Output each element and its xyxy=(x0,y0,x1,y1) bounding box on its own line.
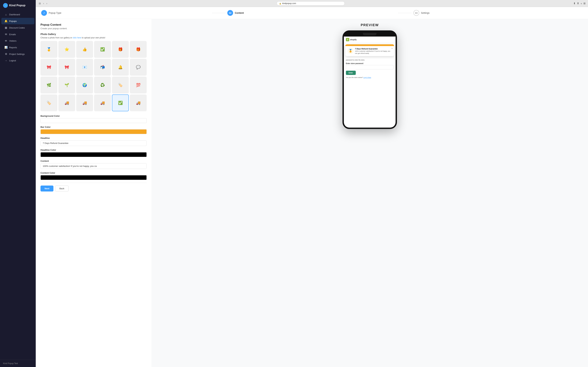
sidebar-item-label: Reports xyxy=(9,46,17,49)
store-password-input[interactable] xyxy=(346,65,394,69)
bar-color-group: Bar Color xyxy=(41,126,147,134)
browser-url-bar[interactable]: 🔒 kindpopup.com xyxy=(277,1,345,5)
photo-item-19[interactable]: 🚚 xyxy=(58,94,75,111)
main-wrapper: ⊟ ‹ › 🔒 kindpopup.com ⬇ ⬆ + ⊞ ✓ Popup Ty… xyxy=(36,0,588,367)
wizard-divider-2 xyxy=(398,13,412,13)
content-color-group: Content Color xyxy=(41,172,147,180)
sidebar-toggle-button[interactable]: ⊟ xyxy=(38,2,42,5)
content-color-swatch[interactable] xyxy=(41,175,147,180)
step-label-1: Popup Type xyxy=(49,12,61,14)
photo-item-22[interactable]: ✅ xyxy=(112,94,129,111)
sidebar-item-discount-codes[interactable]: ▦ Discount Codes xyxy=(1,25,34,31)
photo-item-18[interactable]: 🏷️ xyxy=(41,94,57,111)
store-password-label: Enter store password xyxy=(346,63,394,64)
wizard-steps: ✓ Popup Type 02 Content 03 Settings xyxy=(36,7,588,19)
new-tab-icon[interactable]: + xyxy=(580,2,582,5)
content-group: Content xyxy=(41,160,147,169)
photo-item-16[interactable]: 🏷️ xyxy=(112,77,129,93)
sidebar-item-label: Project Settings xyxy=(9,53,25,55)
store-password-text: password to enter the store. xyxy=(346,59,394,61)
sidebar-item-emails[interactable]: ✉ Emails xyxy=(1,31,34,38)
photo-item-8[interactable]: 📧 xyxy=(76,59,93,76)
download-icon[interactable]: ⬇ xyxy=(573,2,576,5)
wizard-divider-1 xyxy=(212,13,226,13)
popup-icon: 🏅 xyxy=(347,48,354,54)
photo-item-9[interactable]: 📬 xyxy=(94,59,111,76)
background-color-label: Background Color xyxy=(41,115,147,117)
next-button[interactable]: Next xyxy=(41,185,53,192)
preview-title: PREVIEW xyxy=(361,23,379,27)
sidebar-item-label: Emails xyxy=(9,33,16,36)
photo-item-17[interactable]: 💯 xyxy=(130,77,147,93)
email-icon: ✉ xyxy=(4,33,8,36)
sidebar-item-popups[interactable]: 🔔 Popups xyxy=(1,18,34,24)
step-label-2: Content xyxy=(235,12,244,14)
photo-item-2[interactable]: 👍 xyxy=(76,41,93,58)
body-layout: Popup Content Create your popup content.… xyxy=(36,19,588,367)
photo-item-7[interactable]: 🎀 xyxy=(58,59,75,76)
headline-color-swatch[interactable] xyxy=(41,152,147,157)
sidebar-item-logout[interactable]: → Logout xyxy=(1,58,34,64)
grid-icon[interactable]: ⊞ xyxy=(583,2,586,5)
photo-item-15[interactable]: ♻️ xyxy=(94,77,111,93)
bell-icon: 🔔 xyxy=(4,19,8,23)
headline-group: Headline xyxy=(41,137,147,146)
popup-close-button[interactable]: × xyxy=(391,47,393,50)
popup-bar xyxy=(345,44,394,46)
headline-input[interactable] xyxy=(41,140,147,146)
headline-label: Headline xyxy=(41,137,147,139)
photo-item-23[interactable]: 🚚 xyxy=(130,94,147,111)
popup-notification: 🏅 7 Days Refund Guarantee 100% customer … xyxy=(345,44,394,56)
photo-gallery-title: Photo Gallery xyxy=(41,33,147,35)
wizard-step-content: 02 Content xyxy=(226,10,398,16)
content-label: Content xyxy=(41,160,147,162)
store-enter-button[interactable]: Enter xyxy=(346,71,356,75)
forward-button[interactable]: › xyxy=(46,2,48,5)
sidebar-item-reports[interactable]: 📊 Reports xyxy=(1,44,34,51)
sidebar-footer: Kind Popup Test xyxy=(0,360,36,367)
store-login-link[interactable]: Log in here xyxy=(363,77,371,78)
sidebar-item-visitors[interactable]: 👁 Visitors xyxy=(1,38,34,44)
photo-item-12[interactable]: 🌿 xyxy=(41,77,57,93)
browser-actions: ⬇ ⬆ + ⊞ xyxy=(573,2,586,5)
photo-item-0[interactable]: 🥇 xyxy=(41,41,57,58)
store-owner-text: Are you the store owner? Log in here xyxy=(346,77,394,78)
sidebar-item-dashboard[interactable]: ⌂ Dashboard xyxy=(1,11,34,18)
sidebar-nav: ⌂ Dashboard 🔔 Popups ▦ Discount Codes ✉ … xyxy=(0,10,36,360)
settings-icon: ⚙ xyxy=(4,52,8,56)
section-subtitle: Create your popup content. xyxy=(41,27,147,30)
photo-item-14[interactable]: 🌍 xyxy=(76,77,93,93)
popup-desc: 100% customer satisfaction! If you're no… xyxy=(355,50,392,54)
gallery-upload-link[interactable]: click here xyxy=(73,36,81,39)
sidebar-item-label: Logout xyxy=(9,59,16,62)
photo-item-13[interactable]: 🌱 xyxy=(58,77,75,93)
home-icon: ⌂ xyxy=(4,13,8,16)
phone-screen: S shopify 🏅 7 Days Refund Guarantee xyxy=(344,36,396,128)
bar-color-swatch[interactable] xyxy=(41,129,147,134)
sidebar-logo[interactable]: 🐬 Kind Popup xyxy=(0,0,36,10)
background-color-swatch[interactable] xyxy=(41,118,147,123)
photo-item-10[interactable]: 🔔 xyxy=(112,59,129,76)
wizard-step-popup-type: ✓ Popup Type xyxy=(39,10,212,16)
sidebar-item-project-settings[interactable]: ⚙ Project Settings xyxy=(1,51,34,57)
photo-item-3[interactable]: ✅ xyxy=(94,41,111,58)
share-icon[interactable]: ⬆ xyxy=(577,2,579,5)
photo-item-4[interactable]: 🎁 xyxy=(112,41,129,58)
back-button[interactable]: Back xyxy=(55,185,69,192)
photo-item-20[interactable]: 🚚 xyxy=(76,94,93,111)
background-color-group: Background Color xyxy=(41,115,147,123)
shopify-logo-text: shopify xyxy=(350,39,357,41)
photo-item-5[interactable]: 🎁 xyxy=(130,41,147,58)
photo-gallery-subtitle: Choose a photo from our gallery or click… xyxy=(41,36,147,39)
content-color-label: Content Color xyxy=(41,172,147,174)
store-owner-label: Are you the store owner? xyxy=(346,77,363,78)
content-input[interactable] xyxy=(41,163,147,169)
photo-item-11[interactable]: 💬 xyxy=(130,59,147,76)
preview-panel: PREVIEW S shopify xyxy=(151,19,588,367)
photo-item-21[interactable]: 🚚 xyxy=(94,94,111,111)
popup-headline: 7 Days Refund Guarantee xyxy=(355,48,392,50)
photo-item-1[interactable]: ⭐ xyxy=(58,41,75,58)
step-circle-1: ✓ xyxy=(41,10,47,16)
photo-item-6[interactable]: 🎀 xyxy=(41,59,57,76)
back-button[interactable]: ‹ xyxy=(43,2,45,5)
